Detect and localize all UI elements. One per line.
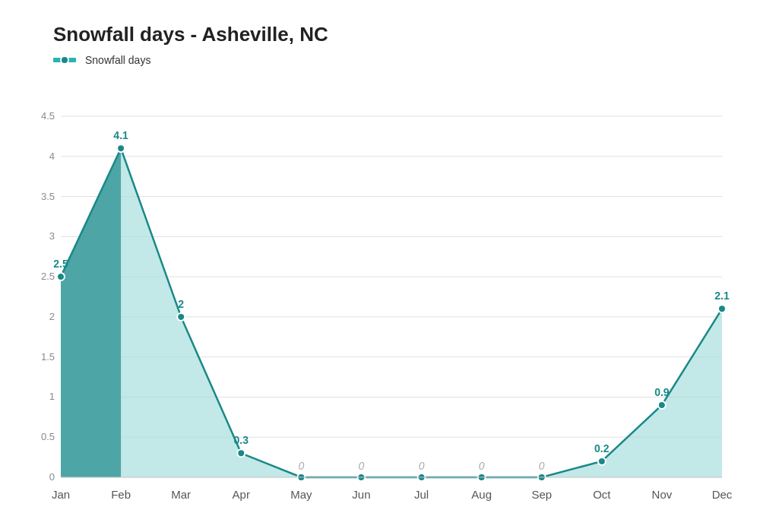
svg-text:0.3: 0.3 [234,434,249,446]
svg-point-1 [61,56,68,64]
svg-text:Jan: Jan [52,488,70,501]
svg-point-24 [117,144,125,152]
legend-label: Snowfall days [85,54,150,66]
svg-text:Oct: Oct [593,488,611,501]
svg-text:1.5: 1.5 [41,351,55,363]
svg-text:3: 3 [49,230,55,242]
svg-text:0.2: 0.2 [594,442,610,454]
svg-text:May: May [290,488,312,501]
svg-point-22 [57,273,65,280]
svg-text:1: 1 [49,391,55,402]
svg-text:Aug: Aug [471,488,492,501]
svg-text:4.1: 4.1 [113,129,128,141]
svg-text:Apr: Apr [233,488,250,501]
svg-text:Jun: Jun [352,488,370,501]
svg-text:2.5: 2.5 [53,258,68,270]
svg-text:4: 4 [49,150,55,162]
legend-icon [53,54,81,66]
svg-point-40 [598,458,606,465]
svg-text:0: 0 [359,460,365,472]
chart-title: Snowfall days - Asheville, NC [53,23,745,46]
svg-text:2: 2 [178,298,184,310]
svg-text:3.5: 3.5 [41,191,55,202]
svg-text:4.5: 4.5 [41,110,55,122]
svg-text:Nov: Nov [652,488,673,501]
svg-text:Dec: Dec [712,488,733,501]
svg-text:2: 2 [49,311,55,322]
legend-item: Snowfall days [53,54,150,66]
chart-svg: 00.511.522.533.544.52.54.120.3000000.20.… [53,78,745,532]
svg-text:2.5: 2.5 [41,271,55,282]
svg-point-28 [237,449,245,457]
svg-text:Jul: Jul [414,488,429,501]
svg-text:2.1: 2.1 [714,290,730,302]
svg-point-44 [718,305,726,312]
svg-text:0.5: 0.5 [41,431,55,442]
svg-text:0: 0 [298,460,304,472]
svg-text:Mar: Mar [171,488,191,501]
svg-point-42 [658,401,666,409]
svg-text:0: 0 [49,471,55,483]
svg-text:Feb: Feb [111,488,131,501]
chart-container: Snowfall days - Asheville, NC Snowfall d… [0,0,760,532]
legend: Snowfall days [53,54,745,66]
svg-text:0.9: 0.9 [654,386,670,398]
svg-text:Sep: Sep [531,488,552,501]
svg-point-26 [177,313,185,321]
svg-text:0: 0 [539,460,545,472]
chart-area: 00.511.522.533.544.52.54.120.3000000.20.… [53,78,745,532]
svg-text:0: 0 [419,460,425,472]
svg-text:0: 0 [479,460,485,472]
